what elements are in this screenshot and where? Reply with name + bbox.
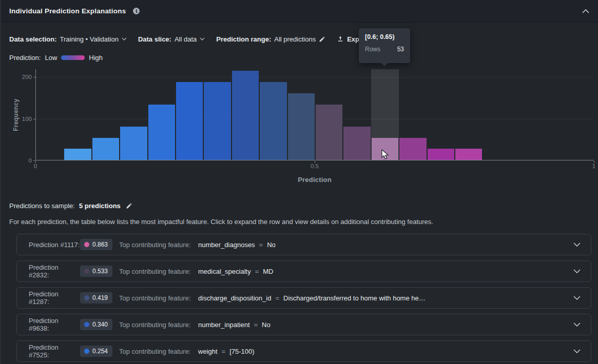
expand-row-button[interactable] [573,296,581,300]
chevron-down-icon [573,296,581,300]
gridline [36,77,594,77]
histogram-bar[interactable] [64,149,91,160]
y-tick-mark [33,119,35,119]
histogram-bar[interactable] [316,105,342,160]
x-axis-title: Prediction [289,176,340,184]
tooltip-bin-range: [0.6; 0.65) [365,33,404,41]
tooltip-rows-label: Rows [365,46,380,53]
histogram-bar[interactable] [260,82,286,160]
chevron-down-icon [573,242,581,247]
y-axis-title: Frequency [12,87,20,143]
feature-operator: = [255,268,259,275]
feature-name: number_inpatient [198,321,249,329]
section-description: For each prediction, the table below lis… [9,218,433,226]
prediction-histogram-chart: Frequency Prediction [0.6; 0.65) Rows 53… [1,0,598,190]
top-feature-label: Top contributing feature: [119,321,194,329]
prediction-id-label: Prediction #2832: [29,264,80,279]
y-tick-label: 200 [14,74,32,80]
histogram-bar[interactable] [148,105,175,160]
score-color-dot-icon [84,322,89,327]
top-feature-label: Top contributing feature: [119,268,194,275]
prediction-score-value: 0.419 [92,294,108,301]
top-feature-label: Top contributing feature: [119,348,194,355]
bin-tooltip: [0.6; 0.65) Rows 53 [359,28,410,63]
chevron-down-icon [573,269,581,273]
prediction-id-label: Prediction #1287: [29,290,80,306]
feature-name: weight [198,348,218,355]
prediction-score-value: 0.533 [92,268,108,275]
feature-operator: = [222,348,226,355]
feature-name: medical_specialty [198,268,251,275]
feature-value: [75-100) [229,348,254,355]
predictions-to-sample-control[interactable]: Predictions to sample: 5 predictions [9,202,132,210]
histogram-bar[interactable] [288,93,315,160]
prediction-id-label: Prediction #9638: [29,317,80,332]
score-color-dot-icon [84,269,89,274]
prediction-score-badge: 0.340 [80,319,112,330]
x-tick-label: 0.5 [304,163,325,169]
prediction-score-value: 0.340 [92,321,108,328]
x-tick-label: 1 [584,163,598,169]
prediction-score-badge: 0.533 [80,266,112,277]
histogram-bar[interactable] [428,149,454,160]
histogram-bar[interactable] [120,127,147,160]
histogram-bar[interactable] [204,82,230,160]
histogram-bar[interactable] [176,82,203,160]
feature-value: Discharged/transferred to home with home… [283,294,426,302]
prediction-score-value: 0.254 [92,348,108,355]
prediction-score-badge: 0.419 [80,292,112,304]
top-feature-label: Top contributing feature: [119,294,194,302]
prediction-row[interactable]: Prediction #1117:0.863Top contributing f… [16,234,591,255]
tooltip-rows-value: 53 [397,46,404,53]
feature-operator: = [259,241,263,249]
expand-row-button[interactable] [573,349,581,353]
histogram-bar[interactable] [455,149,482,160]
expand-row-button[interactable] [573,242,581,247]
prediction-row[interactable]: Prediction #9638:0.340Top contributing f… [16,314,591,335]
prediction-score-badge: 0.254 [80,346,112,357]
feature-value: No [262,321,271,329]
hovered-bin-highlight [371,69,399,160]
gridline [36,119,594,119]
x-tick-label: 0 [25,163,46,169]
feature-value: No [267,241,276,249]
prediction-row[interactable]: Prediction #7525:0.254Top contributing f… [16,340,591,362]
feature-name: number_diagnoses [198,241,255,249]
chevron-down-icon [573,322,581,327]
histogram-bar[interactable] [232,71,259,160]
feature-operator: = [275,294,279,302]
prediction-id-label: Prediction #1117: [29,241,80,249]
chevron-down-icon [573,349,581,353]
expand-row-button[interactable] [573,322,581,327]
feature-name: discharge_disposition_id [198,294,271,302]
score-color-dot-icon [84,349,89,354]
mouse-cursor [381,149,389,160]
prediction-id-label: Prediction #7525: [29,343,80,359]
prediction-row[interactable]: Prediction #2832:0.533Top contributing f… [16,260,591,282]
plot-area [35,69,594,160]
score-color-dot-icon [84,295,89,300]
pencil-icon [126,203,132,209]
predictions-to-sample-value: 5 predictions [79,202,121,210]
predictions-to-sample-label: Predictions to sample: [9,202,75,210]
histogram-bar[interactable] [399,138,426,160]
prediction-row[interactable]: Prediction #1287:0.419Top contributing f… [16,287,591,309]
prediction-score-value: 0.863 [92,241,108,248]
score-color-dot-icon [84,242,89,247]
prediction-score-badge: 0.863 [80,239,112,250]
expand-row-button[interactable] [573,269,581,273]
y-tick-label: 100 [14,116,32,122]
y-tick-mark [33,77,35,77]
x-tick-mark [315,161,315,163]
histogram-bar[interactable] [92,138,119,160]
feature-value: MD [263,268,273,275]
feature-operator: = [254,321,258,329]
x-tick-mark [594,161,594,163]
histogram-bar[interactable] [343,127,370,160]
top-feature-label: Top contributing feature: [119,241,194,249]
individual-prediction-explanations-panel: Individual Prediction Explanations i Dat… [0,0,598,364]
x-tick-mark [35,161,36,163]
